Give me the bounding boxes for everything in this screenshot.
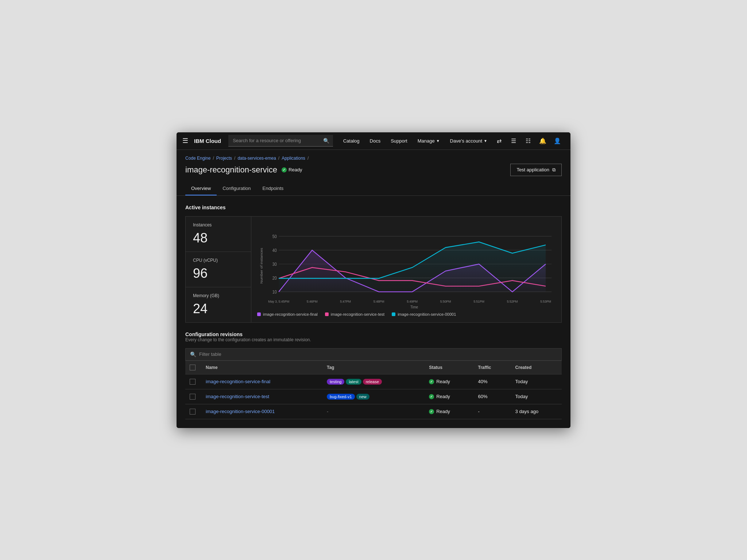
row-tags: bug-fixed-v1new — [321, 389, 423, 404]
memory-metric: Memory (GB) 24 — [186, 287, 251, 322]
test-application-button[interactable]: Test application ⧉ — [510, 164, 562, 176]
svg-text:5:49PM: 5:49PM — [407, 299, 418, 303]
cpu-label: CPU (vCPU) — [193, 258, 244, 263]
menu-icon[interactable]: ☰ — [182, 137, 188, 145]
manage-chevron-icon: ▼ — [436, 139, 440, 143]
col-tag: Tag — [321, 361, 423, 374]
row-checkbox-cell — [185, 374, 200, 389]
tab-overview[interactable]: Overview — [185, 182, 217, 195]
switch-icon[interactable]: ⇄ — [492, 132, 506, 150]
instances-value: 48 — [193, 230, 244, 246]
svg-text:5:50PM: 5:50PM — [440, 299, 451, 303]
legend-final: image-recognition-service-final — [257, 312, 318, 316]
row-checkbox-cell — [185, 389, 200, 404]
row-tags: testinglatestrelease — [321, 374, 423, 389]
breadcrumb-data-services[interactable]: data-services-emea — [237, 156, 276, 161]
search-input[interactable] — [228, 135, 333, 147]
external-link-icon: ⧉ — [552, 167, 556, 173]
ibm-cloud-logo: IBM Cloud — [194, 138, 228, 144]
legend-label-test: image-recognition-service-test — [331, 312, 384, 316]
svg-text:40: 40 — [272, 248, 277, 253]
config-revisions-table: Name Tag Status Traffic Created image-re… — [185, 361, 562, 419]
main-content: Active instances Instances 48 CPU (vCPU)… — [177, 196, 570, 428]
active-instances-title: Active instances — [185, 205, 562, 210]
legend-dot-00001 — [392, 312, 395, 316]
svg-text:5:46PM: 5:46PM — [307, 299, 318, 303]
svg-text:5:53PM: 5:53PM — [540, 299, 551, 303]
instances-panel: Instances 48 CPU (vCPU) 96 Memory (GB) 2… — [185, 216, 562, 323]
row-checkbox[interactable] — [190, 394, 196, 400]
table-filter-row: 🔍 — [185, 348, 562, 361]
nav-docs[interactable]: Docs — [365, 132, 385, 150]
nav-account[interactable]: Dave's account ▼ — [446, 132, 492, 150]
page-header: Code Engine / Projects / data-services-e… — [177, 150, 570, 196]
svg-text:10: 10 — [272, 289, 277, 294]
breadcrumb-projects[interactable]: Projects — [216, 156, 232, 161]
row-name: image-recognition-service-final — [200, 374, 321, 389]
col-status: Status — [423, 361, 472, 374]
page-title-row: image-recognition-service Ready Test app… — [185, 164, 562, 176]
row-created: Today — [510, 374, 562, 389]
bell-icon[interactable]: 🔔 — [535, 132, 550, 150]
tabs: Overview Configuration Endpoints — [185, 182, 562, 195]
chart-area: 10 20 30 40 50 Number of instances May 3… — [257, 222, 556, 309]
status-icon — [282, 167, 287, 172]
filter-search-icon: 🔍 — [190, 351, 196, 357]
cpu-value: 96 — [193, 266, 244, 281]
row-name-link[interactable]: image-recognition-service-test — [206, 394, 269, 399]
user-icon[interactable]: 👤 — [550, 132, 565, 150]
svg-text:5:52PM: 5:52PM — [507, 299, 518, 303]
tag-bug-fixed-v1: bug-fixed-v1 — [327, 394, 355, 400]
table-header-row: Name Tag Status Traffic Created — [185, 361, 562, 374]
nav-catalog[interactable]: Catalog — [339, 132, 364, 150]
breadcrumb-code-engine[interactable]: Code Engine — [185, 156, 210, 161]
instances-label: Instances — [193, 222, 244, 228]
tab-endpoints[interactable]: Endpoints — [257, 182, 290, 195]
row-name-link[interactable]: image-recognition-service-00001 — [206, 409, 275, 414]
search-bar[interactable]: 🔍 — [228, 135, 333, 147]
nav-support[interactable]: Support — [386, 132, 412, 150]
search-icon: 🔍 — [323, 138, 329, 144]
status-text: Ready — [436, 379, 450, 384]
row-status: Ready — [423, 389, 472, 404]
row-name-link[interactable]: image-recognition-service-final — [206, 379, 270, 384]
row-created: Today — [510, 389, 562, 404]
legend-label-final: image-recognition-service-final — [263, 312, 318, 316]
tab-configuration[interactable]: Configuration — [217, 182, 256, 195]
status-text: Ready — [436, 394, 450, 399]
row-tags: - — [321, 404, 423, 419]
table-row: image-recognition-service-testbug-fixed-… — [185, 389, 562, 404]
instances-metric: Instances 48 — [186, 217, 251, 252]
row-traffic: 60% — [472, 389, 510, 404]
row-name: image-recognition-service-test — [200, 389, 321, 404]
table-row: image-recognition-service-00001-Ready-3 … — [185, 404, 562, 419]
calendar-icon[interactable]: ☰ — [506, 132, 521, 150]
tag-new: new — [356, 394, 369, 400]
top-nav: Catalog Docs Support Manage ▼ Dave's acc… — [339, 132, 492, 150]
tag-testing: testing — [327, 379, 344, 385]
status-ok-icon — [429, 409, 434, 414]
config-title: Configuration revisions — [185, 331, 562, 337]
select-all-checkbox[interactable] — [190, 365, 196, 370]
svg-text:Time: Time — [410, 305, 418, 309]
account-chevron-icon: ▼ — [484, 139, 487, 143]
chart-svg: 10 20 30 40 50 Number of instances May 3… — [257, 222, 556, 309]
grid-icon[interactable]: ☷ — [521, 132, 535, 150]
chart-column: 10 20 30 40 50 Number of instances May 3… — [251, 217, 561, 322]
status-ok-icon — [429, 379, 434, 384]
svg-text:30: 30 — [272, 262, 277, 267]
row-checkbox-cell — [185, 404, 200, 419]
nav-manage[interactable]: Manage ▼ — [413, 132, 444, 150]
filter-input[interactable] — [199, 351, 557, 357]
svg-text:5:47PM: 5:47PM — [340, 299, 351, 303]
config-revisions-section: Configuration revisions Every change to … — [185, 331, 562, 419]
row-checkbox[interactable] — [190, 409, 196, 415]
breadcrumb-applications[interactable]: Applications — [282, 156, 305, 161]
topbar: ☰ IBM Cloud 🔍 Catalog Docs Support Manag… — [177, 132, 570, 150]
metrics-column: Instances 48 CPU (vCPU) 96 Memory (GB) 2… — [186, 217, 251, 322]
chart-legend: image-recognition-service-final image-re… — [257, 312, 556, 316]
col-traffic: Traffic — [472, 361, 510, 374]
row-created: 3 days ago — [510, 404, 562, 419]
row-checkbox[interactable] — [190, 379, 196, 385]
svg-text:May 3, 5:45PM: May 3, 5:45PM — [268, 299, 289, 303]
